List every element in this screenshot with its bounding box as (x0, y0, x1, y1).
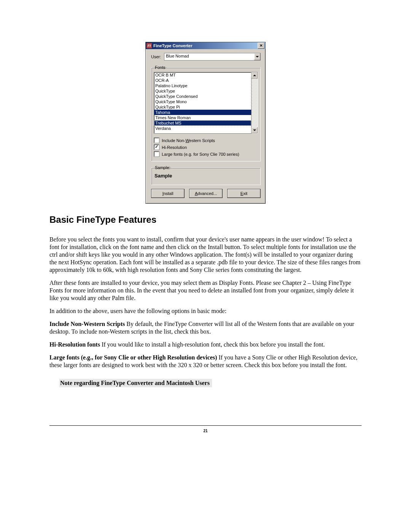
sample-text: Sample (154, 172, 258, 182)
body-paragraph: In addition to the above, users have the… (49, 307, 362, 315)
titlebar: Ft FineType Converter ✕ (146, 42, 265, 49)
checkbox-row[interactable]: Large fonts (e.g. for Sony Clie 700 seri… (154, 151, 258, 157)
section-heading: Basic FineType Features (49, 214, 362, 225)
body-paragraph: Include Non-Western Scripts By default, … (49, 320, 362, 335)
scroll-down-icon[interactable] (252, 127, 258, 133)
sample-group: Sample: Sample (151, 165, 261, 185)
close-icon[interactable]: ✕ (258, 43, 264, 49)
list-item[interactable]: Times New Roman (154, 115, 251, 120)
body-paragraph: After these fonts are installed to your … (49, 279, 362, 302)
list-item[interactable]: QuickType (154, 88, 251, 94)
app-icon: Ft (147, 43, 152, 48)
advanced-button[interactable]: Advanced... (189, 189, 223, 198)
list-item[interactable]: Trebuchet MS (154, 120, 251, 126)
user-label: User: (151, 54, 164, 59)
body-paragraph: Before you select the fonts you want to … (49, 236, 362, 274)
fonts-group: Fonts OCR B MTOCR-APalatino LinotypeQuic… (151, 65, 261, 161)
checkbox-label: Include Non-Western Scripts (162, 138, 215, 143)
note-heading: Note regarding FineType Converter and Ma… (59, 379, 212, 387)
list-item[interactable]: Tahoma (154, 110, 251, 115)
list-item[interactable]: Palatino Linotype (154, 83, 251, 88)
scroll-up-icon[interactable] (252, 72, 258, 78)
user-value: Blue Nomad (164, 53, 254, 60)
window-title: FineType Converter (153, 43, 258, 48)
list-item[interactable]: QuickType Mono (154, 99, 251, 104)
exit-button[interactable]: Exit (227, 189, 261, 198)
checkbox[interactable] (154, 137, 159, 143)
options-checks: Include Non-Western ScriptsHi-Resolution… (154, 137, 258, 157)
page-number: 21 (49, 429, 362, 433)
finetype-converter-dialog: Ft FineType Converter ✕ User: Blue Nomad… (145, 42, 266, 204)
list-item[interactable]: QuickType Condensed (154, 94, 251, 99)
list-item[interactable]: OCR-A (154, 78, 251, 83)
body-paragraph: Hi-Resolution fonts If you would like to… (49, 341, 362, 348)
chevron-down-icon[interactable] (254, 53, 260, 60)
install-button[interactable]: Install (151, 189, 185, 198)
sample-legend: Sample: (154, 165, 171, 170)
scrollbar[interactable] (252, 72, 258, 134)
scrollbar-track[interactable] (252, 78, 258, 127)
fonts-legend: Fonts (154, 65, 167, 70)
list-item[interactable]: OCR B MT (154, 72, 251, 78)
fonts-listbox[interactable]: OCR B MTOCR-APalatino LinotypeQuickTypeQ… (154, 72, 252, 134)
checkbox-label: Large fonts (e.g. for Sony Clie 700 seri… (162, 152, 239, 157)
checkbox[interactable] (154, 144, 159, 150)
body-paragraph: Large fonts (e.g., for Sony Clie or othe… (49, 354, 362, 369)
user-combobox[interactable]: Blue Nomad (164, 53, 261, 61)
footer-rule (49, 425, 362, 426)
list-item[interactable]: Verdana (154, 126, 251, 131)
checkbox[interactable] (154, 151, 159, 157)
checkbox-row[interactable]: Include Non-Western Scripts (154, 137, 258, 143)
list-item[interactable]: QuickType Pi (154, 104, 251, 110)
checkbox-label: Hi-Resolution (162, 145, 187, 150)
checkbox-row[interactable]: Hi-Resolution (154, 144, 258, 150)
